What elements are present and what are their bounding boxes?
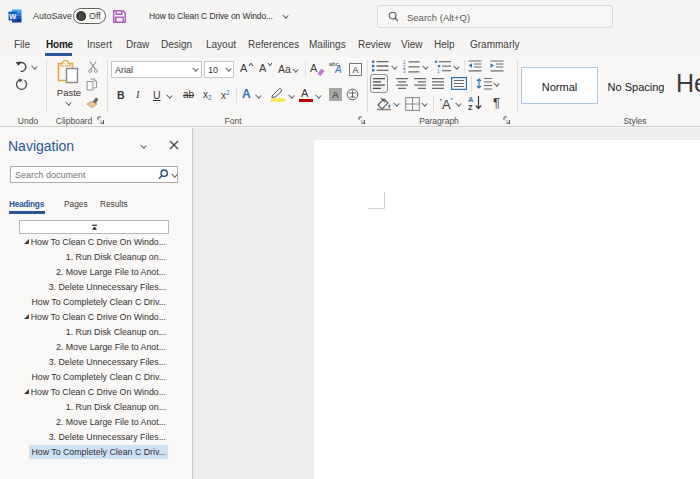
svg-text:A: A xyxy=(442,97,451,111)
svg-text:1: 1 xyxy=(437,69,440,74)
svg-text:Z: Z xyxy=(468,103,473,111)
svg-text:3: 3 xyxy=(403,69,406,73)
svg-text:W: W xyxy=(9,12,17,21)
